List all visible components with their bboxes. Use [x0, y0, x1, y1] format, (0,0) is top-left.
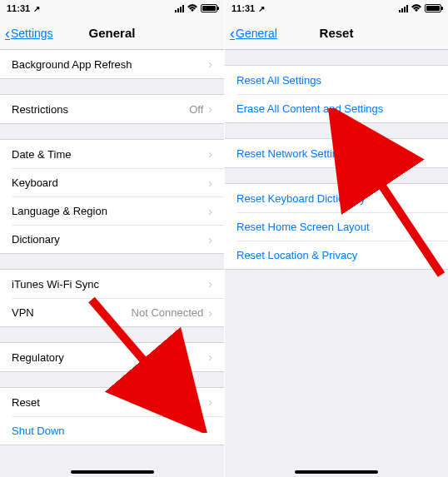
phone-general: 11:31 ↗ ‹ Settings General Background Ap… — [0, 0, 224, 477]
row-label: Restrictions — [12, 103, 189, 116]
row-detail: Off — [189, 103, 203, 116]
status-bar: 11:31 ↗ — [225, 0, 448, 17]
row-reset-location-privacy[interactable]: Reset Location & Privacy — [236, 241, 448, 269]
chevron-right-icon: › — [208, 233, 212, 246]
row-regulatory[interactable]: Regulatory › — [0, 343, 224, 371]
row-date-time[interactable]: Date & Time › — [0, 140, 224, 168]
row-dictionary[interactable]: Dictionary › — [12, 225, 224, 253]
row-label: Keyboard — [12, 176, 208, 189]
back-label: Settings — [11, 27, 53, 40]
row-shut-down[interactable]: Shut Down — [12, 416, 224, 445]
home-indicator[interactable] — [295, 470, 378, 474]
chevron-right-icon: › — [208, 205, 212, 218]
location-icon: ↗ — [33, 4, 40, 13]
back-button-general[interactable]: ‹ General — [230, 26, 277, 41]
battery-icon — [201, 4, 217, 12]
row-language-region[interactable]: Language & Region › — [12, 196, 224, 225]
chevron-right-icon: › — [208, 395, 212, 409]
row-label: iTunes Wi-Fi Sync — [12, 278, 208, 291]
chevron-right-icon: › — [208, 176, 212, 190]
back-button-settings[interactable]: ‹ Settings — [5, 26, 53, 41]
row-label: Reset Location & Privacy — [236, 249, 436, 261]
row-reset-all-settings[interactable]: Reset All Settings — [225, 66, 448, 94]
status-bar: 11:31 ↗ — [0, 0, 224, 17]
reset-content: Reset All Settings Erase All Content and… — [225, 50, 448, 477]
page-title: Reset — [320, 26, 354, 40]
row-reset-network-settings[interactable]: Reset Network Settings — [225, 139, 448, 167]
row-keyboard[interactable]: Keyboard › — [12, 168, 224, 196]
signal-icon — [399, 5, 408, 12]
chevron-right-icon: › — [208, 57, 212, 71]
row-background-app-refresh[interactable]: Background App Refresh › — [0, 50, 224, 78]
chevron-right-icon: › — [208, 350, 212, 364]
phone-reset: 11:31 ↗ ‹ General Reset Reset All Settin… — [224, 0, 448, 477]
back-label: General — [236, 27, 277, 40]
chevron-left-icon: ‹ — [230, 26, 235, 41]
battery-icon — [425, 4, 441, 12]
chevron-right-icon: › — [208, 277, 212, 291]
row-label: Reset All Settings — [236, 74, 436, 87]
row-label: Erase All Content and Settings — [236, 102, 436, 115]
row-restrictions[interactable]: Restrictions Off › — [0, 95, 224, 123]
nav-bar: ‹ General Reset — [225, 17, 448, 50]
wifi-icon — [411, 4, 422, 12]
chevron-right-icon: › — [208, 147, 212, 161]
nav-bar: ‹ Settings General — [0, 17, 224, 50]
row-label: Background App Refresh — [12, 58, 208, 71]
row-vpn[interactable]: VPN Not Connected › — [12, 298, 224, 326]
row-reset-home-screen-layout[interactable]: Reset Home Screen Layout — [236, 212, 448, 241]
row-label: Shut Down — [12, 425, 212, 437]
row-label: Regulatory — [12, 351, 208, 364]
status-time: 11:31 — [7, 3, 30, 13]
home-indicator[interactable] — [71, 470, 154, 474]
status-time: 11:31 — [231, 3, 255, 13]
location-icon: ↗ — [258, 4, 265, 13]
row-label: VPN — [12, 306, 132, 319]
row-reset[interactable]: Reset › — [0, 388, 224, 416]
row-label: Reset — [12, 396, 208, 409]
row-itunes-wifi-sync[interactable]: iTunes Wi-Fi Sync › — [0, 270, 224, 298]
row-label: Reset Keyboard Dictionary — [236, 192, 436, 205]
chevron-left-icon: ‹ — [5, 26, 10, 41]
row-label: Reset Network Settings — [236, 147, 436, 160]
chevron-right-icon: › — [208, 306, 212, 320]
general-content: Background App Refresh › Restrictions Of… — [0, 50, 224, 477]
row-erase-all-content[interactable]: Erase All Content and Settings — [236, 94, 448, 122]
wifi-icon — [187, 4, 198, 12]
row-detail: Not Connected — [132, 306, 204, 319]
signal-icon — [175, 5, 184, 12]
row-reset-keyboard-dictionary[interactable]: Reset Keyboard Dictionary — [225, 184, 448, 212]
row-label: Reset Home Screen Layout — [236, 221, 436, 233]
row-label: Dictionary — [12, 233, 208, 246]
page-title: General — [89, 26, 136, 40]
row-label: Date & Time — [12, 148, 208, 161]
chevron-right-icon: › — [208, 102, 212, 116]
row-label: Language & Region — [12, 205, 208, 217]
